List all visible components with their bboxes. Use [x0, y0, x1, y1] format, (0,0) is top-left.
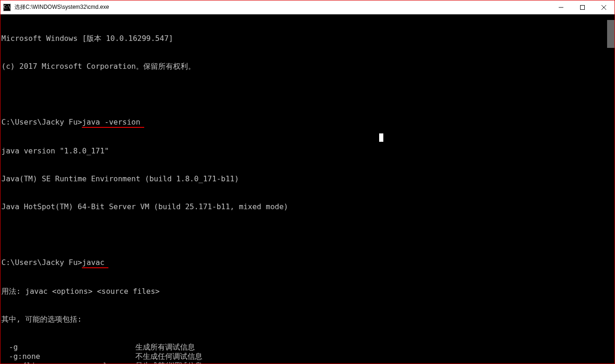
- window-title: 选择C:\WINDOWS\system32\cmd.exe: [13, 3, 550, 11]
- blank-line: [1, 230, 614, 239]
- close-button[interactable]: [593, 0, 615, 14]
- prompt-line: C:\Users\Jacky Fu>javac: [1, 258, 614, 268]
- options-list: -g生成所有调试信息-g:none不生成任何调试信息-g:{lines,vars…: [1, 343, 614, 364]
- option-key: -g: [1, 343, 135, 352]
- svg-rect-1: [581, 5, 585, 9]
- command-text: javac: [82, 258, 108, 268]
- where-line: 其中, 可能的选项包括:: [1, 315, 614, 324]
- cmd-icon: C:\: [3, 4, 11, 11]
- header-line: (c) 2017 Microsoft Corporation。保留所有权利。: [1, 62, 614, 71]
- option-key: -g:{lines,vars,source}: [1, 361, 135, 364]
- output-line: java version "1.8.0_171": [1, 146, 614, 156]
- option-desc: 生成所有调试信息: [135, 343, 195, 352]
- output-line: Java HotSpot(TM) 64-Bit Server VM (build…: [1, 202, 614, 212]
- output-line: Java(TM) SE Runtime Environment (build 1…: [1, 174, 614, 184]
- window-titlebar: C:\ 选择C:\WINDOWS\system32\cmd.exe: [0, 0, 615, 14]
- scrollbar-thumb[interactable]: [607, 20, 615, 48]
- option-desc: 只生成某些调试信息: [135, 361, 202, 364]
- window-controls: [550, 0, 615, 14]
- scrollbar[interactable]: [607, 14, 615, 364]
- terminal-output[interactable]: Microsoft Windows [版本 10.0.16299.547] (c…: [0, 14, 615, 364]
- prompt-line: C:\Users\Jacky Fu>java -version: [1, 118, 614, 128]
- option-row: -g生成所有调试信息: [1, 343, 614, 352]
- minimize-button[interactable]: [550, 0, 572, 14]
- text-cursor: [379, 133, 383, 142]
- header-line: Microsoft Windows [版本 10.0.16299.547]: [1, 34, 614, 43]
- prompt-prefix: C:\Users\Jacky Fu>: [1, 258, 82, 267]
- option-row: -g:none不生成任何调试信息: [1, 352, 614, 361]
- option-key: -g:none: [1, 352, 135, 361]
- command-text: java -version: [82, 118, 144, 128]
- prompt-prefix: C:\Users\Jacky Fu>: [1, 118, 82, 126]
- maximize-button[interactable]: [572, 0, 593, 14]
- option-row: -g:{lines,vars,source}只生成某些调试信息: [1, 361, 614, 364]
- blank-line: [1, 90, 614, 99]
- usage-line: 用法: javac <options> <source files>: [1, 287, 614, 296]
- option-desc: 不生成任何调试信息: [135, 352, 202, 361]
